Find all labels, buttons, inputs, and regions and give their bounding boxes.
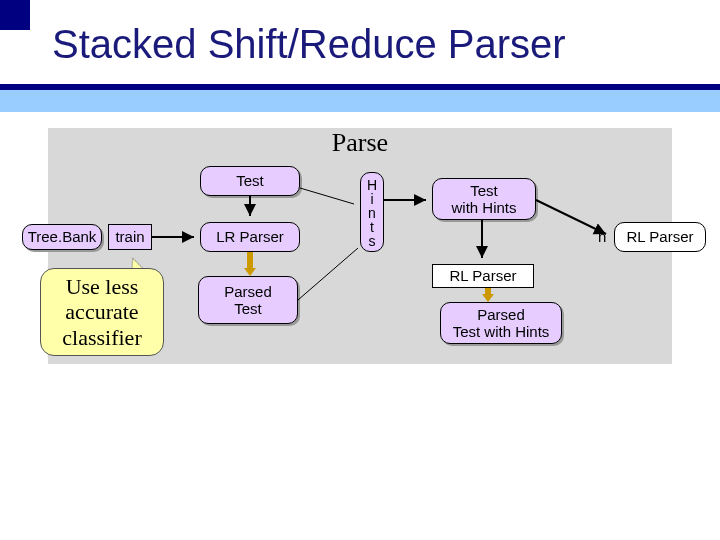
- node-train: train: [108, 224, 152, 250]
- node-test: Test: [200, 166, 300, 196]
- slide-corner-accent: [0, 0, 30, 30]
- node-lr-parser: LR Parser: [200, 222, 300, 252]
- node-parsed-test: Parsed Test: [198, 276, 298, 324]
- title-underline-light: [0, 90, 720, 112]
- parse-heading: Parse: [48, 128, 672, 158]
- node-rl-parser-right: RL Parser: [614, 222, 706, 252]
- slide-title: Stacked Shift/Reduce Parser: [52, 22, 566, 67]
- stray-char: n: [598, 228, 606, 245]
- node-rl-parser-mid: RL Parser: [432, 264, 534, 288]
- node-test-with-hints: Test with Hints: [432, 178, 536, 220]
- node-parsed-test-with-hints: Parsed Test with Hints: [440, 302, 562, 344]
- node-hints: H i n t s: [360, 172, 384, 252]
- node-treebank: Tree.Bank: [22, 224, 102, 250]
- callout-bubble: Use less accurate classifier: [40, 268, 164, 356]
